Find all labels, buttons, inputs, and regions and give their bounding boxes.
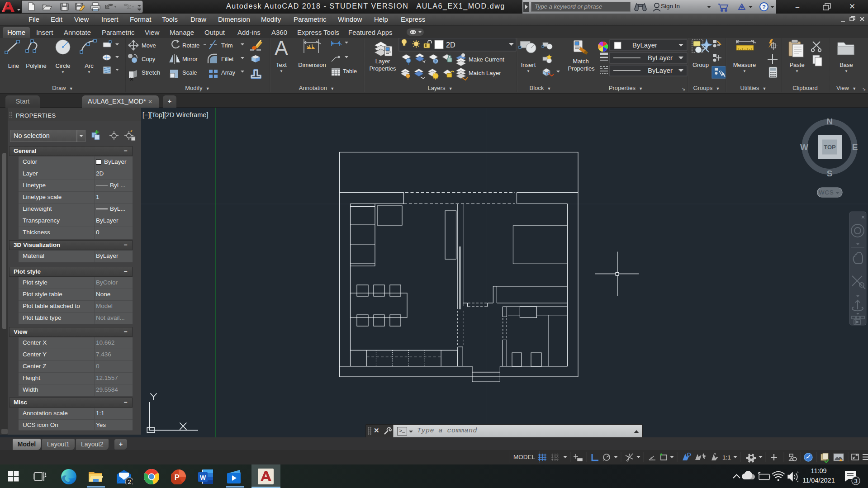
- svg-text:2: 2: [128, 479, 131, 484]
- svg-text:3: 3: [854, 478, 857, 484]
- svg-text:W: W: [800, 142, 808, 152]
- svg-text:1:1: 1:1: [722, 454, 731, 461]
- svg-text:WCS: WCS: [819, 189, 834, 196]
- svg-text:P: P: [175, 474, 180, 481]
- svg-text:ByLayer: ByLayer: [648, 66, 673, 74]
- svg-text:W: W: [200, 474, 206, 481]
- svg-text:E: E: [852, 142, 858, 152]
- svg-text:S: S: [827, 169, 833, 178]
- svg-text:A: A: [275, 38, 288, 59]
- svg-text:TOP: TOP: [824, 144, 836, 151]
- svg-text:ByLayer: ByLayer: [632, 41, 657, 49]
- svg-text:ByLayer: ByLayer: [648, 54, 673, 62]
- svg-text:N: N: [826, 117, 833, 126]
- svg-text:?: ?: [762, 4, 766, 10]
- svg-text:[−][Top][2D Wireframe]: [−][Top][2D Wireframe]: [142, 111, 208, 118]
- svg-text:2D: 2D: [446, 41, 455, 49]
